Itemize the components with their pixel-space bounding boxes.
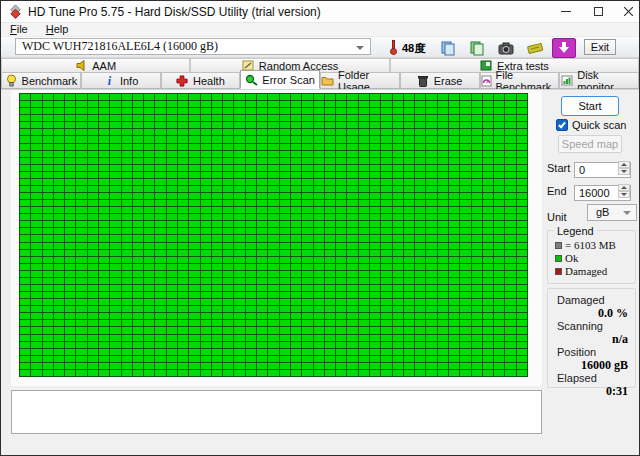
scan-block-ok: [99, 243, 109, 249]
scan-block-ok: [234, 278, 244, 284]
copy-button[interactable]: [436, 38, 460, 58]
scan-block-ok: [426, 370, 436, 376]
scan-block-ok: [201, 235, 211, 241]
scan-block-ok: [54, 292, 64, 298]
scan-block-ok: [370, 221, 380, 227]
drive-selector[interactable]: WDC WUH721816ALE6L4 (16000 gB): [15, 38, 371, 55]
spin-up-button[interactable]: [618, 161, 630, 168]
tab-error-scan[interactable]: Error Scan: [240, 70, 320, 89]
scan-block-ok: [268, 151, 278, 157]
spin-down-button[interactable]: [618, 168, 630, 175]
scan-block-ok: [20, 313, 30, 319]
start-scan-button[interactable]: Start: [561, 96, 619, 116]
scan-block-ok: [415, 186, 425, 192]
scan-block-ok: [201, 370, 211, 376]
scan-block-ok: [257, 136, 267, 142]
tab-aam[interactable]: AAM: [1, 58, 190, 72]
scan-block-ok: [88, 144, 98, 150]
scan-block-ok: [31, 292, 41, 298]
scan-block-ok: [54, 228, 64, 234]
scan-block-ok: [291, 342, 301, 348]
scan-block-ok: [483, 257, 493, 263]
scan-block-ok: [189, 257, 199, 263]
scan-block-ok: [212, 299, 222, 305]
scan-block-ok: [189, 313, 199, 319]
quick-scan-label: Quick scan: [572, 119, 626, 131]
position-label: Position: [557, 346, 596, 358]
register-button[interactable]: [523, 38, 547, 58]
scan-block-ok: [246, 278, 256, 284]
scan-block-ok: [347, 165, 357, 171]
scan-block-ok: [280, 313, 290, 319]
scan-block-ok: [20, 94, 30, 100]
scan-block-ok: [76, 363, 86, 369]
scan-block-ok: [122, 335, 132, 341]
end-position-stepper[interactable]: [618, 184, 630, 198]
scan-block-ok: [415, 349, 425, 355]
scan-block-ok: [472, 356, 482, 362]
exit-button[interactable]: Exit: [584, 39, 616, 55]
scan-block-ok: [347, 278, 357, 284]
tab-benchmark[interactable]: Benchmark: [1, 72, 81, 89]
tab-file-benchmark[interactable]: File Benchmark: [480, 72, 560, 89]
tab-erase[interactable]: Erase: [400, 72, 480, 89]
scan-block-ok: [336, 349, 346, 355]
scan-block-ok: [155, 115, 165, 121]
scan-block-ok: [20, 179, 30, 185]
scan-block-ok: [393, 278, 403, 284]
scan-block-ok: [88, 221, 98, 227]
scan-block-ok: [189, 200, 199, 206]
scan-block-ok: [122, 264, 132, 270]
tab-health[interactable]: Health: [161, 72, 241, 89]
scan-block-ok: [110, 108, 120, 114]
scan-block-ok: [99, 158, 109, 164]
scan-block-ok: [370, 335, 380, 341]
spin-down-button[interactable]: [618, 191, 630, 198]
minimize-button[interactable]: [551, 1, 581, 22]
tab-disk-monitor[interactable]: Disk monitor: [559, 72, 639, 89]
scan-block-ok: [415, 271, 425, 277]
speed-map-button[interactable]: Speed map: [558, 135, 622, 153]
start-position-stepper[interactable]: [618, 161, 630, 175]
tab-folder-usage[interactable]: Folder Usage: [320, 72, 400, 89]
scan-block-ok: [178, 235, 188, 241]
scan-block-ok: [201, 313, 211, 319]
scan-block-ok: [517, 299, 527, 305]
scan-block-ok: [415, 129, 425, 135]
maximize-button[interactable]: [583, 1, 613, 22]
scan-block-ok: [155, 257, 165, 263]
scan-block-ok: [347, 257, 357, 263]
scan-block-ok: [54, 313, 64, 319]
menu-file[interactable]: File: [1, 23, 37, 36]
scan-block-ok: [54, 129, 64, 135]
scan-block-ok: [122, 144, 132, 150]
tab-info[interactable]: i Info: [81, 72, 161, 89]
scan-block-ok: [65, 313, 75, 319]
scan-block-ok: [133, 235, 143, 241]
scan-block-ok: [88, 342, 98, 348]
close-button[interactable]: [613, 1, 640, 22]
scan-block-ok: [325, 207, 335, 213]
save-button[interactable]: [465, 38, 489, 58]
scan-block-ok: [212, 235, 222, 241]
spin-up-button[interactable]: [618, 184, 630, 191]
quick-scan-option[interactable]: Quick scan: [556, 119, 626, 131]
box-icon: [480, 60, 493, 72]
scan-block-ok: [31, 136, 41, 142]
unit-dropdown[interactable]: gB: [587, 204, 637, 221]
scan-block-ok: [347, 144, 357, 150]
scan-block-ok: [359, 214, 369, 220]
scan-block-ok: [212, 313, 222, 319]
scan-block-ok: [449, 221, 459, 227]
screenshot-button[interactable]: [494, 38, 518, 58]
scan-block-ok: [381, 151, 391, 157]
scan-block-ok: [133, 186, 143, 192]
scan-block-ok: [167, 172, 177, 178]
menu-help[interactable]: Help: [37, 23, 78, 36]
scan-block-ok: [122, 94, 132, 100]
quick-scan-checkbox[interactable]: [556, 119, 568, 131]
scan-block-ok: [517, 207, 527, 213]
scan-block-ok: [415, 151, 425, 157]
update-button[interactable]: [552, 38, 576, 58]
scan-block-ok: [336, 151, 346, 157]
